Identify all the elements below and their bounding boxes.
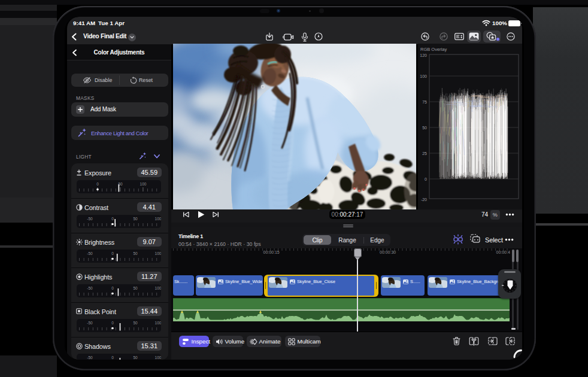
svg-text:25: 25 bbox=[422, 151, 427, 156]
svg-text:100: 100 bbox=[155, 217, 161, 221]
svg-text:50: 50 bbox=[133, 217, 138, 221]
svg-text:0: 0 bbox=[111, 355, 114, 360]
svg-text:-20: -20 bbox=[421, 197, 427, 202]
svg-text:50: 50 bbox=[133, 251, 138, 256]
svg-text:-50: -50 bbox=[87, 355, 93, 360]
svg-text:50: 50 bbox=[133, 355, 138, 360]
svg-text:0: 0 bbox=[425, 177, 427, 181]
svg-text:100: 100 bbox=[155, 286, 161, 290]
svg-text:-50: -50 bbox=[87, 251, 93, 256]
svg-text:0: 0 bbox=[111, 217, 114, 221]
svg-text:0: 0 bbox=[96, 182, 99, 186]
svg-text:0: 0 bbox=[111, 251, 114, 256]
svg-text:50: 50 bbox=[133, 321, 138, 325]
svg-text:100: 100 bbox=[140, 182, 147, 186]
svg-text:100: 100 bbox=[420, 74, 427, 78]
svg-text:-50: -50 bbox=[87, 286, 93, 290]
svg-text:-50: -50 bbox=[87, 217, 93, 221]
svg-text:100: 100 bbox=[155, 321, 161, 325]
svg-text:00:00:30: 00:00:30 bbox=[380, 250, 396, 254]
svg-text:00:00:15: 00:00:15 bbox=[263, 250, 280, 254]
svg-text:0: 0 bbox=[111, 321, 114, 325]
svg-text:50: 50 bbox=[133, 286, 138, 290]
svg-text:100: 100 bbox=[155, 251, 161, 256]
svg-text:0: 0 bbox=[111, 286, 114, 290]
svg-text:100: 100 bbox=[155, 355, 161, 360]
svg-text:-50: -50 bbox=[87, 321, 93, 325]
svg-text:50: 50 bbox=[422, 126, 427, 130]
svg-text:120: 120 bbox=[420, 53, 427, 57]
svg-text:75: 75 bbox=[422, 100, 427, 104]
